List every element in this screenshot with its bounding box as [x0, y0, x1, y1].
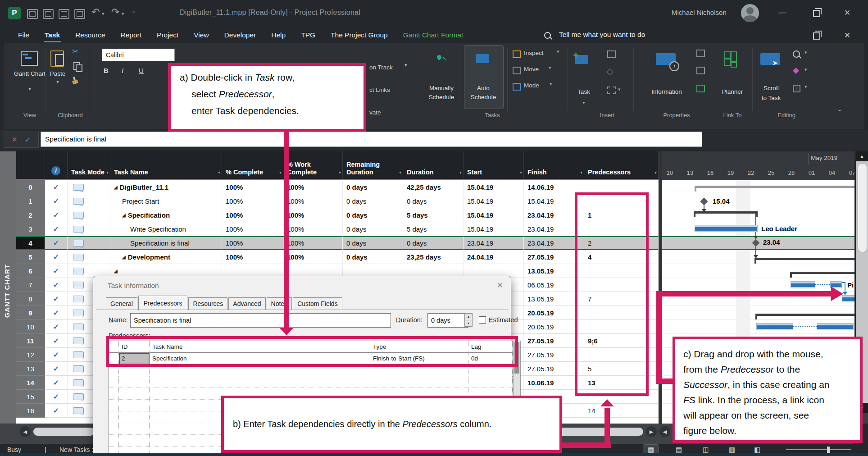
- pct-work-cell[interactable]: 100%: [283, 250, 343, 264]
- tab-the-project-group[interactable]: The Project Group: [330, 28, 389, 42]
- task-name-cell[interactable]: ◢Development: [110, 250, 222, 264]
- italic-button[interactable]: I: [122, 67, 123, 74]
- gantt-chart-button[interactable]: Gantt Chart: [14, 70, 45, 77]
- header-pct-complete[interactable]: % Complete▾: [222, 151, 283, 179]
- header-start[interactable]: Start▾: [464, 151, 524, 179]
- dialog-tab-general[interactable]: General: [106, 297, 137, 310]
- duration-cell[interactable]: 42,25 days: [403, 180, 464, 194]
- write-specification-task-bar[interactable]: [695, 225, 758, 232]
- pct-complete-cell[interactable]: 100%: [222, 194, 283, 208]
- clear-chevron-icon[interactable]: ▾: [804, 67, 807, 73]
- tab-help[interactable]: Help: [270, 28, 286, 42]
- copy-icon[interactable]: [73, 62, 80, 70]
- save-icon[interactable]: [27, 9, 38, 19]
- remaining-cell[interactable]: 0 days: [343, 180, 403, 194]
- task-name-cell[interactable]: Project Start: [110, 194, 222, 208]
- print-preview-icon[interactable]: [43, 9, 54, 19]
- task-check-icon[interactable]: ✓: [45, 404, 68, 418]
- filter-icon[interactable]: ▾: [339, 169, 341, 176]
- scroll-to-task-button[interactable]: Scroll: [763, 85, 779, 91]
- notes-icon[interactable]: [696, 50, 705, 57]
- doc-restore-button[interactable]: [813, 32, 820, 40]
- doc-close-button[interactable]: ✕: [841, 31, 854, 40]
- task-check-icon[interactable]: ✓: [45, 334, 68, 348]
- row-number[interactable]: 7: [16, 278, 45, 292]
- dialog-tab-resources[interactable]: Resources: [188, 297, 227, 310]
- table-row[interactable]: 3✓Write Specification100%100%0 days5 day…: [16, 222, 659, 236]
- filter-icon[interactable]: ▾: [279, 169, 282, 176]
- row-number[interactable]: 14: [16, 376, 45, 390]
- task-check-icon[interactable]: ✓: [45, 264, 68, 278]
- auto-schedule-button[interactable]: Auto: [477, 85, 490, 91]
- row-number[interactable]: 11: [16, 334, 45, 348]
- task-mode-cell[interactable]: [68, 236, 110, 250]
- row-number[interactable]: 13: [16, 362, 45, 376]
- restore-button[interactable]: [813, 10, 820, 17]
- manually-schedule-icon[interactable]: [436, 54, 442, 60]
- inspect-chevron-icon[interactable]: ▾: [557, 49, 559, 55]
- filter-icon[interactable]: ▾: [106, 169, 109, 176]
- respect-links-button[interactable]: ct Links: [369, 87, 390, 93]
- estimated-checkbox[interactable]: [479, 316, 486, 324]
- task-check-icon[interactable]: ✓: [45, 250, 68, 264]
- summary-bar[interactable]: [790, 272, 854, 274]
- fill-icon[interactable]: [793, 85, 800, 92]
- task-check-icon[interactable]: ✓: [45, 306, 68, 320]
- header-pct-work-complete[interactable]: % Work Complete▾: [283, 151, 343, 179]
- grid-id-cell[interactable]: [119, 423, 150, 435]
- pct-work-cell[interactable]: 100%: [283, 194, 343, 208]
- insert-milestone-icon[interactable]: [607, 50, 616, 58]
- deliverable-chevron-icon[interactable]: ▾: [618, 87, 621, 92]
- tell-me-box[interactable]: Tell me what you want to do: [559, 31, 645, 39]
- grid-id-cell[interactable]: [119, 435, 150, 447]
- zoom-slider[interactable]: [786, 449, 851, 450]
- filter-icon[interactable]: ▾: [459, 169, 462, 176]
- filter-icon[interactable]: ▾: [654, 169, 657, 176]
- move-button[interactable]: Move: [524, 66, 539, 73]
- add-to-timeline-icon[interactable]: [696, 85, 705, 92]
- row-number[interactable]: 9: [16, 306, 45, 320]
- task-bar[interactable]: [756, 323, 793, 330]
- expand-icon[interactable]: ◢: [122, 213, 126, 218]
- start-cell[interactable]: 24.04.19: [464, 250, 524, 264]
- task-check-icon[interactable]: ✓: [45, 208, 68, 222]
- dialog-tab-custom-fields[interactable]: Custom Fields: [293, 297, 342, 310]
- expand-icon[interactable]: ◢: [114, 185, 118, 190]
- auto-schedule-button-line2[interactable]: Schedule: [471, 94, 496, 100]
- duration-cell[interactable]: 5 days: [403, 222, 464, 236]
- bold-button[interactable]: B: [104, 67, 109, 74]
- remaining-cell[interactable]: 0 days: [343, 250, 403, 264]
- scroll-left-icon[interactable]: ◀: [20, 426, 31, 437]
- table-hscrollbar-thumb[interactable]: [33, 428, 95, 436]
- grid-row-header[interactable]: [109, 435, 119, 447]
- find-icon[interactable]: [793, 50, 800, 58]
- header-task-mode[interactable]: Task Mode▾: [68, 151, 110, 179]
- tab-developer[interactable]: Developer: [223, 28, 257, 42]
- grid-type-cell[interactable]: [370, 376, 468, 388]
- gantt-chart-view-icon[interactable]: [21, 51, 38, 66]
- task-name-cell[interactable]: ◢Specification: [110, 208, 222, 222]
- filter-icon[interactable]: ▾: [218, 169, 220, 176]
- table-row[interactable]: 1✓Project Start100%100%0 days0 days15.04…: [16, 194, 659, 208]
- inactivate-button[interactable]: vate: [369, 109, 381, 116]
- duration-cell[interactable]: 23,25 days: [403, 250, 464, 264]
- grid-id-cell[interactable]: [119, 400, 150, 411]
- grid-id-cell[interactable]: [119, 376, 150, 388]
- pct-complete-cell[interactable]: 100%: [222, 180, 283, 194]
- insert-deliverable-icon[interactable]: [607, 87, 616, 94]
- format-painter-icon[interactable]: [72, 80, 78, 85]
- zoom-slider-thumb[interactable]: [827, 447, 830, 453]
- row-number[interactable]: 3: [16, 222, 45, 236]
- task-check-icon[interactable]: ✓: [45, 278, 68, 292]
- task-name-cell[interactable]: Specification is final: [110, 236, 222, 250]
- pct-complete-cell[interactable]: 100%: [222, 208, 283, 222]
- grid-id-cell[interactable]: [119, 388, 150, 400]
- successor-task-bar[interactable]: [842, 295, 854, 302]
- task-bar[interactable]: [791, 281, 815, 288]
- development-summary-bar[interactable]: [754, 258, 854, 260]
- table-row[interactable]: 5✓◢Development100%100%0 days23,25 days24…: [16, 250, 659, 264]
- tab-view[interactable]: View: [193, 28, 209, 42]
- move-chevron-icon[interactable]: ▾: [549, 65, 551, 71]
- insert-summary-icon[interactable]: ▢: [605, 67, 616, 77]
- user-name[interactable]: Michael Nicholson: [672, 9, 727, 16]
